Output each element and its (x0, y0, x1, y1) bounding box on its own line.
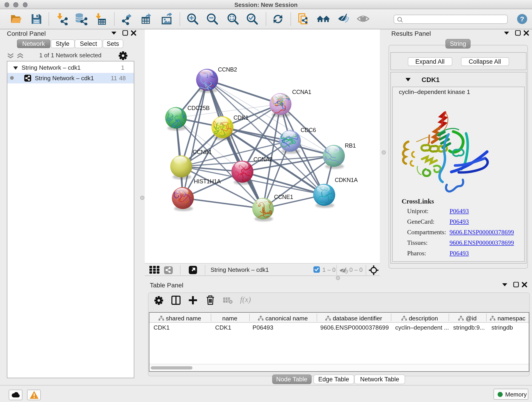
svg-text:HIST1H1A: HIST1H1A (194, 178, 221, 184)
svg-text:CDC25B: CDC25B (187, 104, 209, 111)
svg-text:CDK1: CDK1 (233, 114, 248, 121)
svg-text:CCNB1: CCNB1 (192, 148, 211, 155)
svg-text:?: ? (520, 15, 524, 22)
svg-text:CDC6: CDC6 (300, 127, 316, 133)
svg-text:CCNB2: CCNB2 (218, 66, 237, 72)
svg-text:CCNE1: CCNE1 (274, 193, 293, 200)
svg-text:RB1: RB1 (345, 142, 355, 148)
svg-text:CDKN1A: CDKN1A (335, 177, 357, 183)
svg-text:CCNA2: CCNA2 (253, 156, 272, 162)
svg-text:CCNA1: CCNA1 (292, 89, 311, 95)
